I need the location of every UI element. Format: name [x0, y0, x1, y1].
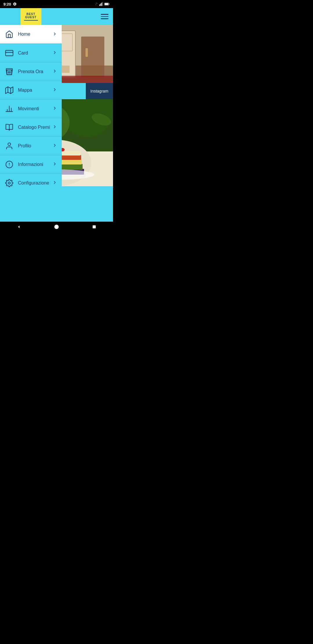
main-container: Instagram [0, 8, 113, 222]
svg-marker-58 [18, 226, 20, 228]
hamburger-button[interactable] [101, 14, 108, 19]
svg-point-57 [8, 182, 10, 184]
menu-item-catalogo-label: Catalogo Premi [18, 125, 52, 130]
chevron-right-icon-catalogo [52, 124, 57, 130]
bottom-nav [0, 222, 113, 232]
menu-item-profilo-label: Profilo [18, 143, 52, 149]
svg-rect-5 [105, 3, 108, 5]
chevron-right-icon-prenota [52, 69, 57, 74]
svg-rect-19 [85, 48, 88, 57]
drawer-header: BEST GUEST [0, 8, 62, 25]
settings-status-icon [13, 2, 17, 6]
menu-item-informazioni-label: Informazioni [18, 162, 52, 167]
status-bar: 9:20 [0, 0, 113, 8]
menu-item-card[interactable]: Card [0, 44, 62, 62]
status-icons [94, 2, 110, 6]
svg-rect-3 [102, 2, 103, 6]
recent-apps-button[interactable] [89, 222, 99, 232]
instagram-badge[interactable]: Instagram [86, 83, 113, 99]
menu-item-prenota-label: Prenota Ora [18, 69, 52, 74]
menu-items: Home Card Prenota Ora [0, 25, 62, 222]
menu-item-home-label: Home [18, 32, 52, 37]
app-logo: BEST GUEST [21, 6, 41, 27]
menu-item-mappa[interactable]: Mappa [0, 81, 62, 99]
svg-rect-60 [93, 225, 96, 229]
chevron-right-icon-movimenti [52, 106, 57, 111]
drawer-menu: BEST GUEST Home Card [0, 8, 62, 222]
status-time: 9:20 [3, 2, 11, 6]
menu-item-informazioni[interactable]: Informazioni [0, 155, 62, 173]
bar-chart-icon [5, 104, 14, 113]
book-icon [5, 123, 14, 132]
svg-rect-18 [81, 37, 104, 77]
menu-item-card-label: Card [18, 50, 52, 56]
battery-icon [104, 2, 110, 6]
menu-item-home[interactable]: Home [0, 25, 62, 44]
chevron-right-icon-profilo [52, 143, 57, 149]
info-icon [5, 160, 14, 169]
store-icon [5, 67, 14, 76]
chevron-right-icon [52, 32, 57, 37]
gear-icon [5, 178, 14, 188]
chevron-right-icon-info [52, 162, 57, 167]
map-icon [5, 86, 14, 95]
svg-rect-40 [6, 50, 13, 56]
home-icon [5, 30, 14, 39]
svg-point-59 [54, 225, 59, 229]
wifi-icon [94, 2, 98, 6]
chevron-right-icon-mappa [52, 87, 57, 93]
menu-item-prenota-ora[interactable]: Prenota Ora [0, 62, 62, 81]
menu-item-movimenti[interactable]: Movimenti [0, 99, 62, 118]
logo-underline [24, 20, 38, 21]
menu-item-profilo[interactable]: Profilo [0, 136, 62, 155]
menu-item-catalogo[interactable]: Catalogo Premi [0, 118, 62, 136]
svg-rect-2 [101, 3, 102, 6]
svg-rect-6 [109, 3, 109, 5]
menu-item-configurazione[interactable]: Configurazione [0, 173, 62, 192]
svg-rect-1 [100, 3, 101, 6]
back-button[interactable] [14, 222, 24, 232]
signal-icon [99, 2, 103, 6]
home-button[interactable] [51, 222, 62, 232]
logo-text-best: BEST [26, 12, 35, 16]
menu-item-mappa-label: Mappa [18, 88, 52, 93]
user-icon [5, 141, 14, 151]
menu-item-movimenti-label: Movimenti [18, 106, 52, 111]
chevron-right-icon-card [52, 50, 57, 56]
menu-item-configurazione-label: Configurazione [18, 180, 52, 186]
svg-rect-0 [99, 4, 100, 6]
card-icon [5, 48, 14, 58]
svg-marker-46 [6, 87, 13, 93]
svg-point-53 [8, 143, 10, 145]
chevron-right-icon-config [52, 180, 57, 186]
logo-text-guest: GUEST [25, 16, 37, 19]
